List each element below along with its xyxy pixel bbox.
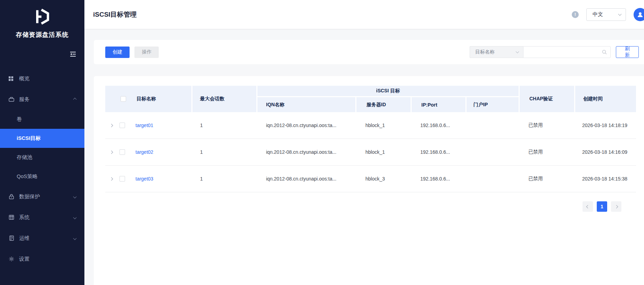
table-row: target01 1 iqn.2012-08.cn.ctyunapi.oos:t… [105,112,636,139]
user-icon [636,11,644,18]
cell-max-sessions: 1 [191,139,256,165]
sidebar-item-label: 运维 [19,235,30,242]
chevron-down-icon [73,195,77,198]
filter-field-value: 目标名称 [475,49,495,55]
sidebar-item-services[interactable]: 服务 [0,89,84,110]
chevron-down-icon [618,12,622,16]
chevron-left-icon [586,205,589,208]
search-input[interactable] [523,46,611,58]
pagination-prev-button[interactable] [583,201,593,212]
group-label: iSCSI 目标 [257,86,519,97]
sidebar-item-operations[interactable]: 运维 [0,228,84,249]
header-cell-chap: CHAP验证 [519,86,574,112]
sidebar: 存储资源盘活系统 概览 [0,0,84,285]
cell-ip-port: 192.168.0.6... [410,112,464,139]
table-card: 目标名称 最大会话数 iSCSI 目标 IQN名称 服务器ID IP:Port … [94,76,644,285]
refresh-button[interactable]: 刷新 [616,46,639,58]
cell-chap: 已禁用 [518,166,573,192]
filter-field-select[interactable]: 目标名称 [470,46,523,58]
overview-grid-icon [8,76,15,81]
cell-max-sessions: 1 [191,166,256,192]
sidebar-item-label: 卷 [17,116,22,123]
top-header: iSCSI目标管理 ! 中文 [84,0,644,29]
header-cell-server-id: 服务器ID [355,97,411,112]
column-label: 最大会话数 [200,96,224,102]
target-name-link[interactable]: target01 [135,123,153,128]
sidebar-item-label: 存储池 [17,154,32,161]
cell-ip-port: 192.168.0.6... [410,166,464,192]
sidebar-menu: 概览 服务 卷 iSCSI目标 存储池 [0,68,84,269]
row-checkbox[interactable] [119,123,125,128]
chevron-down-icon [516,50,519,53]
cell-portal-ip [464,139,518,165]
user-avatar[interactable] [634,8,644,21]
expand-row-icon[interactable] [110,150,113,154]
table-row: target03 1 iqn.2012-08.cn.ctyunapi.oos:t… [105,166,636,192]
sidebar-item-overview[interactable]: 概览 [0,68,84,89]
notification-exclamation-icon[interactable]: ! [572,11,579,18]
header-cell-ip-port: IP:Port [411,97,465,112]
app-title: 存储资源盘活系统 [0,31,84,39]
cell-iqn: iqn.2012-08.cn.ctyunapi.oos:ta... [256,139,354,165]
cell-iqn: iqn.2012-08.cn.ctyunapi.oos:ta... [256,112,354,139]
column-label: 创建时间 [583,96,603,102]
cell-chap: 已禁用 [518,139,573,165]
sidebar-item-label: QoS策略 [17,173,38,180]
sidebar-item-iscsi-target[interactable]: iSCSI目标 [0,129,84,148]
sidebar-item-label: 设置 [19,256,30,262]
sidebar-item-label: iSCSI目标 [17,135,41,142]
cell-chap: 已禁用 [518,112,573,139]
cell-server-id: hblock_1 [354,139,410,165]
sidebar-item-settings[interactable]: 设置 [0,249,84,269]
column-label: CHAP验证 [529,96,553,102]
table-row: target02 1 iqn.2012-08.cn.ctyunapi.oos:t… [105,139,636,166]
create-button[interactable]: 创建 [105,47,130,58]
target-name-link[interactable]: target02 [135,149,153,155]
sidebar-item-storage-pool[interactable]: 存储池 [0,148,84,167]
action-button[interactable]: 操作 [134,47,159,58]
column-label: 目标名称 [137,96,156,102]
table-header: 目标名称 最大会话数 iSCSI 目标 IQN名称 服务器ID IP:Port … [105,86,636,112]
search-icon[interactable] [602,49,607,55]
toolbar: 创建 操作 目标名称 [94,40,644,64]
header-cell-portal-ip: 门户IP [465,97,519,112]
gear-icon [8,256,15,262]
pagination-page-1[interactable]: 1 [597,201,607,212]
header-cell-max-sessions: 最大会话数 [191,86,256,112]
content-area: 创建 操作 目标名称 [84,29,644,285]
sidebar-item-label: 数据保护 [19,193,40,200]
header-cell-iqn: IQN名称 [257,97,355,112]
language-select-value: 中文 [593,11,603,18]
lock-icon [8,193,15,200]
row-checkbox[interactable] [119,176,125,182]
sidebar-item-qos-policy[interactable]: QoS策略 [0,167,84,186]
chevron-right-icon [614,205,618,208]
iscsi-target-table: 目标名称 最大会话数 iSCSI 目标 IQN名称 服务器ID IP:Port … [105,86,636,192]
sidebar-item-volume[interactable]: 卷 [0,110,84,129]
page-title: iSCSI目标管理 [93,10,137,19]
chevron-up-icon [73,98,77,101]
pagination: 1 [105,201,636,212]
ops-doc-icon [8,235,15,241]
sidebar-item-system[interactable]: 系统 [0,207,84,228]
system-grid-icon [8,214,15,220]
cell-portal-ip [464,166,518,192]
sidebar-item-data-protection[interactable]: 数据保护 [0,186,84,207]
cell-created: 2026-03-18 14:18:19 [573,112,635,139]
cell-max-sessions: 1 [191,112,256,139]
main-area: iSCSI目标管理 ! 中文 创建 操作 [84,0,644,285]
cell-server-id: hblock_3 [354,166,410,192]
pagination-next-button[interactable] [611,201,621,212]
language-select[interactable]: 中文 [586,8,626,21]
expand-row-icon[interactable] [110,124,113,127]
row-checkbox[interactable] [119,149,125,155]
cell-created: 2026-03-18 14:16:09 [573,139,635,165]
menu-fold-icon[interactable] [69,51,77,58]
header-group-iscsi-target: iSCSI 目标 IQN名称 服务器ID IP:Port 门户IP [256,86,519,112]
app-window: 存储资源盘活系统 概览 [0,0,644,285]
target-name-link[interactable]: target03 [135,176,153,182]
select-all-checkbox[interactable] [121,96,126,102]
cell-created: 2026-03-18 14:15:38 [573,166,635,192]
expand-row-icon[interactable] [110,177,113,181]
cell-iqn: iqn.2012-08.cn.ctyunapi.oos:ta... [256,166,354,192]
